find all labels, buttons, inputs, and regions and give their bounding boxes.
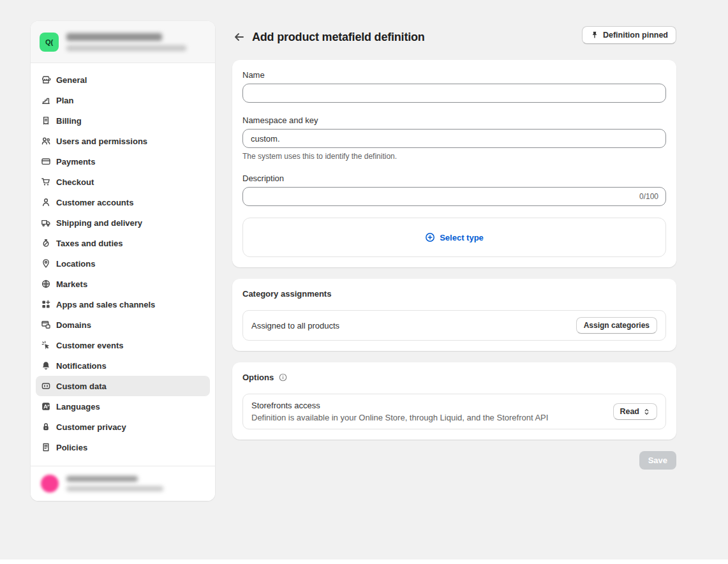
credit-card-icon bbox=[41, 156, 51, 167]
main-content: Add product metafield definition Definit… bbox=[232, 27, 676, 470]
category-assignments-card: Category assignments Assigned to all pro… bbox=[232, 279, 676, 351]
pinned-button-label: Definition pinned bbox=[603, 31, 668, 40]
bell-icon bbox=[41, 360, 51, 371]
sidebar-item-checkout[interactable]: Checkout bbox=[36, 172, 210, 192]
sidebar-item-shipping-delivery[interactable]: Shipping and delivery bbox=[36, 212, 210, 233]
location-pin-icon bbox=[41, 258, 51, 269]
namespace-help-text: The system uses this to identify the def… bbox=[242, 152, 666, 161]
plan-steps-icon bbox=[41, 95, 51, 105]
store-icon bbox=[41, 75, 51, 85]
back-button[interactable] bbox=[232, 30, 246, 44]
sidebar-item-apps-sales-channels[interactable]: Apps and sales channels bbox=[36, 294, 210, 315]
user-name-redacted bbox=[66, 476, 138, 482]
sidebar-item-domains[interactable]: Domains bbox=[36, 315, 210, 335]
sidebar-item-languages[interactable]: Languages bbox=[36, 396, 210, 417]
user-account[interactable] bbox=[31, 466, 215, 501]
sidebar-item-users-permissions[interactable]: Users and permissions bbox=[36, 131, 210, 151]
namespace-field-group: Namespace and key The system uses this t… bbox=[242, 115, 666, 161]
sidebar-item-label: Customer accounts bbox=[56, 198, 133, 207]
sidebar-item-label: Shipping and delivery bbox=[56, 218, 142, 228]
sidebar-item-label: General bbox=[56, 75, 87, 85]
user-avatar-redacted bbox=[41, 475, 59, 493]
definition-pinned-button[interactable]: Definition pinned bbox=[582, 26, 676, 44]
storefronts-access-text: Storefronts access Definition is availab… bbox=[251, 401, 605, 422]
sidebar-item-label: Taxes and duties bbox=[56, 239, 123, 248]
namespace-key-input[interactable] bbox=[242, 129, 666, 148]
user-identity bbox=[66, 476, 163, 491]
sidebar-item-label: Languages bbox=[56, 402, 100, 412]
cursor-click-icon bbox=[41, 340, 51, 350]
info-icon[interactable] bbox=[278, 373, 288, 382]
sidebar-item-label: Notifications bbox=[56, 361, 107, 371]
storefronts-access-title: Storefronts access bbox=[251, 401, 605, 410]
sidebar-item-label: Checkout bbox=[56, 177, 94, 187]
tax-bag-icon bbox=[41, 238, 51, 248]
sidebar-item-label: Payments bbox=[56, 157, 95, 167]
store-avatar: Q( bbox=[40, 33, 59, 52]
category-assignments-heading: Category assignments bbox=[242, 289, 666, 299]
plus-circle-icon bbox=[425, 232, 435, 242]
sidebar-item-general[interactable]: General bbox=[36, 70, 210, 90]
store-identity bbox=[66, 33, 186, 51]
category-assignment-row: Assigned to all products Assign categori… bbox=[242, 310, 666, 341]
store-domain-redacted bbox=[66, 45, 186, 51]
sidebar-item-label: Billing bbox=[56, 116, 82, 126]
settings-nav: General Plan Billing Users and permissio… bbox=[31, 63, 215, 457]
sidebar-item-payments[interactable]: Payments bbox=[36, 151, 210, 172]
document-icon bbox=[41, 442, 51, 452]
users-icon bbox=[41, 136, 51, 146]
sidebar-item-label: Plan bbox=[56, 96, 73, 105]
sidebar-item-customer-events[interactable]: Customer events bbox=[36, 335, 210, 355]
translate-icon bbox=[41, 401, 51, 412]
sidebar-item-label: Users and permissions bbox=[56, 137, 147, 146]
save-button[interactable]: Save bbox=[639, 451, 676, 470]
sidebar-item-label: Customer privacy bbox=[56, 422, 126, 432]
select-type-button[interactable]: Select type bbox=[242, 218, 666, 257]
cart-icon bbox=[41, 177, 51, 187]
name-input[interactable] bbox=[242, 84, 666, 103]
user-email-redacted bbox=[66, 486, 163, 491]
sidebar-item-label: Policies bbox=[56, 443, 87, 452]
options-card: Options Storefronts access Definition is… bbox=[232, 362, 676, 440]
options-heading: Options bbox=[242, 373, 274, 382]
apps-grid-icon bbox=[41, 299, 51, 309]
storefronts-access-description: Definition is available in your Online S… bbox=[251, 413, 605, 422]
domains-icon bbox=[41, 320, 51, 330]
page-header: Add product metafield definition Definit… bbox=[232, 27, 676, 47]
assign-categories-button[interactable]: Assign categories bbox=[576, 317, 657, 334]
assignment-status-text: Assigned to all products bbox=[251, 321, 568, 330]
custom-data-icon bbox=[41, 381, 51, 391]
store-name-redacted bbox=[66, 33, 162, 41]
sidebar-item-label: Markets bbox=[56, 279, 87, 289]
sidebar-item-label: Custom data bbox=[56, 382, 107, 391]
description-input[interactable] bbox=[242, 187, 666, 206]
name-label: Name bbox=[242, 70, 666, 80]
sidebar-item-markets[interactable]: Markets bbox=[36, 274, 210, 294]
access-select-value: Read bbox=[620, 407, 639, 416]
pin-icon bbox=[590, 31, 599, 40]
sidebar-item-custom-data[interactable]: Custom data bbox=[36, 376, 210, 396]
namespace-label: Namespace and key bbox=[242, 115, 666, 125]
sidebar-item-label: Customer events bbox=[56, 341, 123, 350]
sidebar-item-billing[interactable]: Billing bbox=[36, 110, 210, 131]
lock-icon bbox=[41, 422, 51, 432]
description-label: Description bbox=[242, 174, 666, 183]
updown-caret-icon bbox=[643, 408, 651, 416]
select-type-label: Select type bbox=[440, 233, 484, 242]
name-field-group: Name bbox=[242, 70, 666, 103]
globe-icon bbox=[41, 279, 51, 289]
sidebar-item-notifications[interactable]: Notifications bbox=[36, 355, 210, 376]
sidebar-item-label: Locations bbox=[56, 259, 95, 269]
sidebar-item-locations[interactable]: Locations bbox=[36, 253, 210, 274]
store-switcher[interactable]: Q( bbox=[31, 21, 215, 63]
sidebar-item-label: Domains bbox=[56, 320, 91, 330]
definition-form-card: Name Namespace and key The system uses t… bbox=[232, 60, 676, 267]
sidebar-item-taxes-duties[interactable]: Taxes and duties bbox=[36, 233, 210, 253]
sidebar-item-policies[interactable]: Policies bbox=[36, 437, 210, 457]
sidebar-item-customer-privacy[interactable]: Customer privacy bbox=[36, 417, 210, 437]
sidebar-item-plan[interactable]: Plan bbox=[36, 90, 210, 110]
character-counter: 0/100 bbox=[639, 192, 658, 201]
storefront-access-select[interactable]: Read bbox=[613, 403, 657, 420]
truck-icon bbox=[41, 218, 51, 228]
sidebar-item-customer-accounts[interactable]: Customer accounts bbox=[36, 192, 210, 212]
